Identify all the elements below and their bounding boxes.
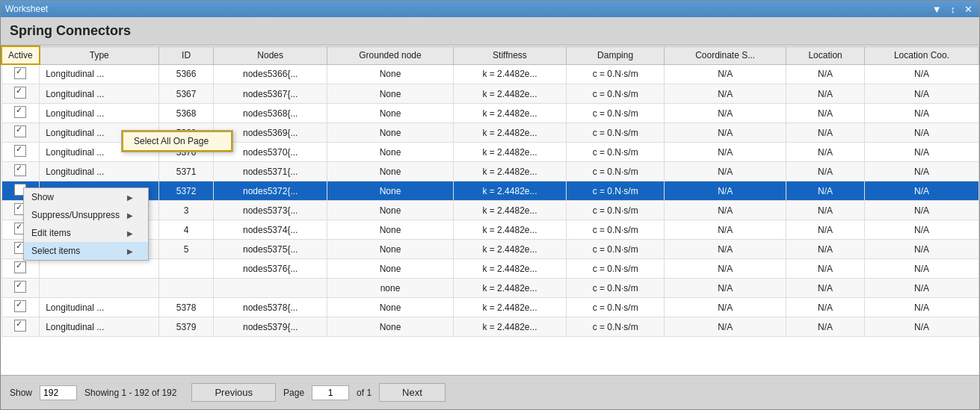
cell-coordsys: N/A: [665, 201, 786, 220]
show-input[interactable]: [40, 385, 77, 400]
cell-nodes: nodes5372{...: [214, 181, 327, 201]
cell-id: 4: [158, 220, 213, 240]
cell-active[interactable]: [1, 298, 40, 317]
col-type[interactable]: Type: [40, 46, 159, 64]
cell-type: Longitudinal ...: [40, 84, 159, 104]
context-menu-suppress[interactable]: Suppress/Unsuppress ▶: [24, 206, 148, 224]
table-row[interactable]: nodes5376{...Nonek = 2.4482e...c = 0.N·s…: [1, 259, 979, 279]
checkbox-icon[interactable]: [14, 145, 26, 157]
pin-button[interactable]: ▼: [930, 4, 944, 15]
table-row[interactable]: Longitudinal ...5367nodes5367{...Nonek =…: [1, 84, 979, 104]
cell-stiffness: k = 2.4482e...: [453, 123, 566, 143]
previous-button[interactable]: Previous: [191, 383, 276, 402]
cell-stiffness: k = 2.4482e...: [453, 259, 566, 279]
checkbox-icon[interactable]: [14, 320, 26, 332]
next-button[interactable]: Next: [379, 383, 446, 402]
checkbox-icon[interactable]: [14, 125, 26, 137]
cell-active[interactable]: [1, 162, 40, 181]
page-input[interactable]: [312, 385, 349, 400]
cell-active[interactable]: [1, 64, 40, 84]
cell-locationcoo: N/A: [864, 317, 979, 337]
cell-stiffness: k = 2.4482e...: [453, 64, 566, 84]
table-row[interactable]: nonek = 2.4482e...c = 0.N·s/mN/AN/AN/A: [1, 279, 979, 298]
cell-coordsys: N/A: [665, 162, 786, 181]
select-arrow-icon: ▶: [127, 247, 133, 255]
cell-location: N/A: [786, 220, 865, 240]
table-container[interactable]: Active Type ID Nodes Grounded node Stiff…: [1, 46, 979, 375]
table-row[interactable]: Longitudinal ...5366nodes5366{...Nonek =…: [1, 64, 979, 84]
cell-locationcoo: N/A: [864, 259, 979, 279]
col-active[interactable]: Active: [1, 46, 40, 64]
cell-grounded: None: [327, 317, 454, 337]
cell-locationcoo: N/A: [864, 201, 979, 220]
cell-active[interactable]: [1, 143, 40, 162]
cell-id: [158, 259, 213, 279]
cell-type: [40, 279, 159, 298]
cell-active[interactable]: [1, 279, 40, 298]
showing-text: Showing 1 - 192 of 192: [84, 388, 176, 398]
col-stiffness[interactable]: Stiffness: [453, 46, 566, 64]
cell-damping: c = 0.N·s/m: [567, 240, 665, 259]
cell-active[interactable]: [1, 317, 40, 337]
close-button[interactable]: ✕: [962, 4, 975, 15]
context-menu-show[interactable]: Show ▶: [24, 188, 148, 206]
page-title: Spring Connectors: [10, 23, 131, 38]
checkbox-icon[interactable]: [14, 261, 26, 273]
col-id[interactable]: ID: [158, 46, 213, 64]
cell-location: N/A: [786, 317, 865, 337]
col-damping[interactable]: Damping: [567, 46, 665, 64]
table-row[interactable]: Longitudinal ...5371nodes5371{...Nonek =…: [1, 162, 979, 181]
window-title: Worksheet: [5, 4, 48, 14]
show-arrow-icon: ▶: [127, 193, 133, 202]
cell-location: N/A: [786, 279, 865, 298]
table-row[interactable]: Longitudinal ...5378nodes5378{...Nonek =…: [1, 298, 979, 317]
context-menu-suppress-label: Suppress/Unsuppress: [31, 210, 120, 220]
cell-damping: c = 0.N·s/m: [567, 220, 665, 240]
cell-id: 5366: [158, 64, 213, 84]
table-row[interactable]: Longitudinal ...5379nodes5379{...Nonek =…: [1, 317, 979, 337]
cell-locationcoo: N/A: [864, 220, 979, 240]
cell-grounded: None: [327, 123, 454, 143]
page-label: Page: [283, 388, 304, 398]
table-row[interactable]: Longitudinal ...5368nodes5368{...Nonek =…: [1, 104, 979, 123]
checkbox-icon[interactable]: [14, 281, 26, 293]
cell-stiffness: k = 2.4482e...: [453, 84, 566, 104]
cell-nodes: nodes5378{...: [214, 298, 327, 317]
cell-coordsys: N/A: [665, 104, 786, 123]
cell-location: N/A: [786, 201, 865, 220]
col-nodes[interactable]: Nodes: [214, 46, 327, 64]
col-location[interactable]: Location: [786, 46, 865, 64]
checkbox-icon[interactable]: [14, 87, 26, 99]
context-menu-edit[interactable]: Edit items ▶: [24, 224, 148, 242]
cell-grounded: None: [327, 259, 454, 279]
col-locationcoo[interactable]: Location Coo.: [864, 46, 979, 64]
col-coordsys[interactable]: Coordinate S...: [665, 46, 786, 64]
cell-locationcoo: N/A: [864, 123, 979, 143]
of-label: of 1: [357, 388, 372, 398]
context-menu-select[interactable]: Select items ▶: [24, 242, 148, 260]
context-menu: Show ▶ Suppress/Unsuppress ▶ Edit items …: [23, 187, 149, 261]
col-grounded[interactable]: Grounded node: [327, 46, 454, 64]
checkbox-icon[interactable]: [14, 300, 26, 312]
cell-locationcoo: N/A: [864, 64, 979, 84]
cell-active[interactable]: [1, 84, 40, 104]
submenu-select-all[interactable]: Select All On Page: [122, 131, 232, 152]
cell-grounded: None: [327, 104, 454, 123]
cell-stiffness: k = 2.4482e...: [453, 240, 566, 259]
cell-damping: c = 0.N·s/m: [567, 279, 665, 298]
suppress-arrow-icon: ▶: [127, 211, 133, 220]
cell-active[interactable]: [1, 259, 40, 279]
dock-button[interactable]: ↕: [949, 4, 958, 15]
context-menu-show-label: Show: [31, 192, 54, 202]
checkbox-icon[interactable]: [14, 67, 26, 79]
cell-type: Longitudinal ...: [40, 317, 159, 337]
cell-active[interactable]: [1, 104, 40, 123]
cell-stiffness: k = 2.4482e...: [453, 104, 566, 123]
cell-grounded: None: [327, 143, 454, 162]
cell-stiffness: k = 2.4482e...: [453, 279, 566, 298]
checkbox-icon[interactable]: [14, 106, 26, 118]
cell-grounded: None: [327, 220, 454, 240]
worksheet-header: Spring Connectors: [1, 17, 979, 46]
checkbox-icon[interactable]: [14, 164, 26, 176]
cell-active[interactable]: [1, 123, 40, 143]
